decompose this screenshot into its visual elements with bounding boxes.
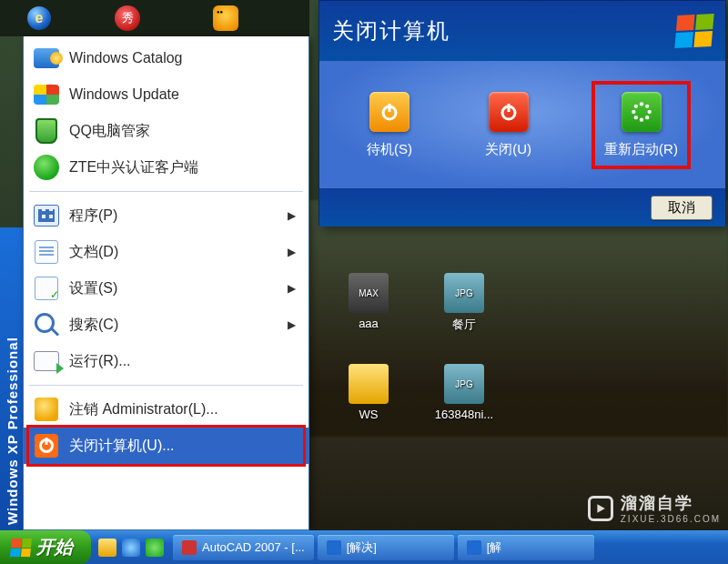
desktop-icon[interactable]: JPG餐厅 <box>428 273 500 333</box>
ql-icon[interactable] <box>98 539 116 557</box>
separator <box>29 191 303 192</box>
dialog-title: 关闭计算机 <box>332 16 450 45</box>
taskbar-task[interactable]: [解 <box>458 535 594 560</box>
menu-item-label: ZTE中兴认证客户端 <box>69 158 299 177</box>
shutdown-dialog: 关闭计算机 待机(S)关闭(U)重新启动(R) 取消 <box>318 0 726 226</box>
menu-item-docs[interactable]: 文档(D)▶ <box>24 234 308 270</box>
menu-item-shutdown[interactable]: 关闭计算机(U)... <box>24 428 308 464</box>
watermark-text: 溜溜自学 <box>621 494 693 512</box>
xiu-icon[interactable]: 秀 <box>115 5 140 31</box>
desktop-icon-label: 163848ni... <box>428 408 500 421</box>
svg-point-10 <box>639 102 642 106</box>
power-option-label: 关闭(U) <box>485 141 531 158</box>
zte-icon <box>34 155 59 180</box>
svg-point-4 <box>647 109 651 113</box>
task-label: [解决] <box>347 539 377 556</box>
submenu-arrow-icon: ▶ <box>288 282 296 295</box>
docs-icon <box>35 240 58 264</box>
off-icon <box>489 92 529 132</box>
menu-item-label: 运行(R)... <box>69 352 299 371</box>
task-icon <box>327 540 341 555</box>
task-icon <box>467 540 481 555</box>
windows-logo-icon <box>674 14 713 48</box>
search-icon <box>35 313 58 337</box>
menu-item-zte[interactable]: ZTE中兴认证客户端 <box>24 149 308 186</box>
svg-point-5 <box>645 116 649 119</box>
ie-icon[interactable] <box>27 6 51 30</box>
taskbar: 开始 AutoCAD 2007 - [...[解决][解 <box>0 530 728 564</box>
settings-icon <box>35 277 58 300</box>
desktop-icon[interactable]: WS <box>332 364 405 421</box>
submenu-arrow-icon: ▶ <box>288 318 296 331</box>
desktop-icon[interactable]: JPG163848ni... <box>428 364 500 421</box>
desktop-icon-label: WS <box>332 408 405 421</box>
power-option-standby[interactable]: 待机(S) <box>361 86 418 164</box>
svg-rect-3 <box>507 104 510 112</box>
svg-point-8 <box>632 109 635 113</box>
file-thumb-icon: MAX <box>349 273 389 313</box>
menu-item-label: QQ电脑管家 <box>69 122 299 141</box>
menu-item-catalog[interactable]: Windows Catalog <box>24 40 308 76</box>
play-icon <box>588 496 613 521</box>
qq-icon[interactable] <box>213 5 238 31</box>
file-thumb-icon: JPG <box>444 273 484 313</box>
menu-item-search[interactable]: 搜索(C)▶ <box>24 307 308 343</box>
taskbar-task[interactable]: AutoCAD 2007 - [... <box>173 535 314 560</box>
menu-item-programs[interactable]: 程序(P)▶ <box>24 197 308 234</box>
submenu-arrow-icon: ▶ <box>288 246 296 258</box>
menu-item-label: 程序(P) <box>69 206 278 226</box>
dialog-footer: 取消 <box>319 188 725 227</box>
power-option-label: 待机(S) <box>367 141 412 158</box>
svg-point-11 <box>645 104 649 107</box>
menu-item-label: 文档(D) <box>69 243 278 262</box>
update-icon <box>34 85 59 105</box>
startmenu-sidebar: Windows XP Professional <box>0 227 23 532</box>
task-icon <box>182 540 197 555</box>
restart-icon <box>622 92 662 132</box>
watermark: 溜溜自学 ZIXUE.3D66.COM <box>588 492 721 524</box>
standby-icon <box>369 92 410 132</box>
start-button[interactable]: 开始 <box>0 530 91 564</box>
dialog-header: 关闭计算机 <box>319 1 725 61</box>
menu-item-update[interactable]: Windows Update <box>24 76 308 113</box>
menu-item-settings[interactable]: 设置(S)▶ <box>24 270 308 307</box>
svg-point-9 <box>633 104 637 107</box>
quicklaunch <box>98 539 164 557</box>
task-label: [解 <box>487 539 502 556</box>
menu-item-label: Windows Update <box>69 86 299 103</box>
dialog-body: 待机(S)关闭(U)重新启动(R) <box>319 61 725 188</box>
start-label: 开始 <box>36 535 73 559</box>
windows-flag-icon <box>10 539 32 557</box>
run-icon <box>34 351 59 371</box>
desktop-icon[interactable]: MAXaaa <box>332 273 405 330</box>
menu-item-qqmgr[interactable]: QQ电脑管家 <box>24 113 308 149</box>
menu-item-label: Windows Catalog <box>69 50 299 66</box>
top-tray: 秀 <box>0 0 309 36</box>
menu-item-logoff[interactable]: 注销 Administrator(L)... <box>24 391 308 428</box>
programs-icon <box>34 205 59 227</box>
svg-point-6 <box>639 117 642 121</box>
svg-marker-12 <box>597 504 604 513</box>
power-option-restart[interactable]: 重新启动(R) <box>599 86 683 164</box>
submenu-arrow-icon: ▶ <box>288 209 296 222</box>
ql-icon[interactable] <box>122 539 140 557</box>
qqmgr-icon <box>35 118 57 144</box>
cancel-button[interactable]: 取消 <box>651 196 713 220</box>
file-thumb-icon: JPG <box>444 364 484 404</box>
logoff-icon <box>35 398 58 421</box>
power-option-label: 重新启动(R) <box>604 141 678 158</box>
ql-icon[interactable] <box>146 539 164 557</box>
sidebar-label: Windows XP Professional <box>4 337 19 525</box>
desktop-icon-label: aaa <box>332 317 405 330</box>
menu-item-label: 注销 Administrator(L)... <box>69 400 299 419</box>
catalog-icon <box>34 48 59 68</box>
menu-item-label: 搜索(C) <box>69 316 278 335</box>
menu-item-run[interactable]: 运行(R)... <box>24 343 308 379</box>
svg-point-7 <box>633 116 637 119</box>
taskbar-task[interactable]: [解决] <box>318 535 454 560</box>
desktop-icon-label: 餐厅 <box>428 317 500 333</box>
watermark-url: ZIXUE.3D66.COM <box>621 514 721 524</box>
shutdown-icon <box>35 434 58 458</box>
power-option-off[interactable]: 关闭(U) <box>480 86 537 164</box>
separator <box>29 385 303 386</box>
